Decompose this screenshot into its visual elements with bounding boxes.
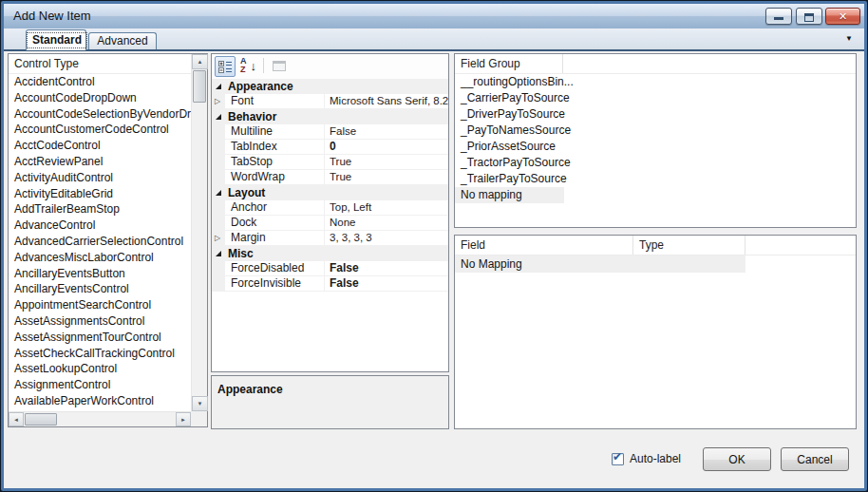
field-table-row[interactable]: No Mapping — [455, 255, 856, 273]
control-type-item[interactable]: AddTrailerBeamStop — [9, 201, 191, 218]
control-type-item[interactable]: AccountCodeDropDown — [9, 90, 191, 106]
categorized-view-button[interactable] — [215, 56, 236, 77]
control-type-item[interactable]: AssetAssignmentsControl — [9, 313, 191, 330]
property-value[interactable]: False — [325, 124, 448, 140]
property-value[interactable]: True — [325, 155, 448, 170]
control-type-item[interactable]: AdvancesMiscLaborControl — [9, 250, 191, 266]
tab-standard[interactable]: Standard — [26, 29, 86, 50]
property-category-row[interactable]: Appearance — [212, 79, 448, 94]
property-row[interactable]: TabIndex0 — [212, 140, 448, 155]
category-label: Layout — [225, 185, 265, 200]
property-value[interactable]: 3, 3, 3, 3 — [325, 231, 448, 246]
property-value[interactable]: 0 — [325, 140, 448, 155]
control-type-item[interactable]: AppointmentSearchControl — [9, 297, 191, 313]
property-row[interactable]: ForceDisabledFalse — [212, 261, 448, 276]
scroll-up-button[interactable]: ▲ — [192, 54, 208, 69]
scroll-left-button[interactable]: ◄ — [9, 412, 24, 426]
auto-label-checkbox[interactable]: ✔ — [612, 453, 624, 465]
control-type-item[interactable]: AdvancedCarrierSelectionControl — [9, 234, 191, 250]
property-category-row[interactable]: Misc — [212, 246, 448, 261]
scroll-down-button[interactable]: ▼ — [192, 396, 208, 411]
control-type-header[interactable]: Control Type — [9, 54, 191, 74]
property-row[interactable]: ▷FontMicrosoft Sans Serif, 8.25pt — [212, 94, 448, 109]
property-value[interactable]: None — [325, 216, 448, 231]
control-type-item[interactable]: AcctCodeControl — [9, 138, 191, 154]
row-indent — [212, 200, 225, 216]
maximize-button[interactable] — [796, 8, 822, 25]
alphabetical-sort-button[interactable]: A Z ↓ — [237, 56, 258, 77]
control-type-item[interactable]: AccountCustomerCodeControl — [9, 122, 191, 138]
collapse-icon[interactable] — [216, 114, 221, 120]
property-category-row[interactable]: Behavior — [212, 109, 448, 124]
field-group-item[interactable]: No mapping — [455, 187, 564, 203]
cancel-button[interactable]: Cancel — [781, 447, 849, 471]
property-row[interactable]: DockNone — [212, 216, 448, 231]
control-type-item[interactable]: AncillaryEventsControl — [9, 281, 191, 297]
vertical-scrollbar-thumb[interactable] — [193, 70, 206, 103]
auto-label-text: Auto-label — [630, 452, 681, 466]
property-name: ForceDisabled — [225, 261, 325, 276]
control-type-item[interactable]: AncillaryEventsButton — [9, 266, 191, 282]
vertical-scrollbar[interactable]: ▲ ▼ — [191, 54, 207, 411]
categorized-icon — [218, 60, 233, 74]
row-indent: ▷ — [212, 231, 225, 246]
control-type-item[interactable]: AssetCheckCallTrackingControl — [9, 346, 191, 362]
control-type-item[interactable]: AdvanceControl — [9, 218, 191, 234]
check-icon: ✔ — [613, 450, 622, 464]
property-value[interactable]: Microsoft Sans Serif, 8.25pt — [325, 94, 448, 109]
property-row[interactable]: TabStopTrue — [212, 155, 448, 170]
control-type-item[interactable]: AssetLookupControl — [9, 361, 191, 377]
description-title: Appearance — [217, 383, 283, 396]
property-row[interactable]: AnchorTop, Left — [212, 200, 448, 216]
field-group-item[interactable]: _DriverPayToSource — [455, 106, 856, 123]
field-group-item[interactable]: _CarrierPayToSource — [455, 90, 856, 106]
control-type-item[interactable]: AssignmentControl — [9, 377, 191, 393]
window-title: Add New Item — [13, 4, 91, 28]
control-type-item[interactable]: ActivityEditableGrid — [9, 186, 191, 202]
control-type-item[interactable]: ActivityAuditControl — [9, 170, 191, 186]
property-value[interactable]: False — [325, 261, 448, 276]
ok-button[interactable]: OK — [703, 447, 771, 471]
minimize-button[interactable] — [765, 8, 792, 25]
field-group-header-blank — [563, 54, 856, 73]
field-group-item[interactable]: _TractorPayToSource — [455, 155, 856, 171]
property-row[interactable]: ▷Margin3, 3, 3, 3 — [212, 231, 448, 246]
property-value[interactable]: Top, Left — [325, 200, 448, 216]
field-group-header[interactable]: Field Group — [455, 54, 563, 73]
expand-icon[interactable]: ▷ — [215, 94, 220, 109]
property-grid: A Z ↓ Appearance▷FontMicrosoft Sans Seri… — [211, 53, 449, 372]
field-group-item[interactable]: _PayToNamesSource — [455, 123, 856, 139]
type-column-header[interactable]: Type — [633, 236, 745, 255]
property-value[interactable]: False — [325, 276, 448, 292]
field-group-item[interactable]: _PriorAssetSource — [455, 139, 856, 155]
collapse-icon[interactable] — [216, 190, 221, 196]
property-value[interactable]: True — [325, 170, 448, 185]
property-name: TabStop — [225, 155, 325, 170]
control-type-item[interactable]: AccountCodeSelectionByVendorDr... — [9, 106, 191, 123]
tab-list-dropdown-icon[interactable]: ▼ — [845, 35, 853, 43]
field-group-item[interactable]: __routingOptionsBin... — [455, 74, 856, 90]
row-indent — [212, 216, 225, 231]
tab-advanced[interactable]: Advanced — [88, 32, 157, 50]
titlebar[interactable]: Add New Item ✕ — [4, 4, 864, 28]
control-type-item[interactable]: AssetAssignmentTourControl — [9, 330, 191, 346]
horizontal-scrollbar[interactable]: ◄ ► — [9, 411, 191, 426]
category-label: Appearance — [225, 79, 293, 94]
property-row[interactable]: MultilineFalse — [212, 124, 448, 140]
field-group-item[interactable]: _TrailerPayToSource — [455, 171, 856, 187]
property-row[interactable]: ForceInvisibleFalse — [212, 276, 448, 292]
control-type-item[interactable]: AvailablePaperWorkControl — [9, 393, 191, 409]
field-table-rows: No Mapping — [455, 255, 856, 428]
collapse-icon[interactable] — [216, 84, 221, 89]
collapse-icon[interactable] — [216, 251, 221, 256]
horizontal-scrollbar-thumb[interactable] — [25, 413, 57, 426]
maximize-icon — [804, 13, 814, 22]
control-type-item[interactable]: AccidentControl — [9, 74, 191, 90]
field-column-header[interactable]: Field — [455, 236, 633, 255]
scroll-right-button[interactable]: ► — [176, 412, 191, 426]
property-category-row[interactable]: Layout — [212, 185, 448, 200]
close-button[interactable]: ✕ — [825, 8, 860, 25]
property-row[interactable]: WordWrapTrue — [212, 170, 448, 185]
control-type-item[interactable]: AcctReviewPanel — [9, 154, 191, 170]
expand-icon[interactable]: ▷ — [215, 231, 220, 246]
